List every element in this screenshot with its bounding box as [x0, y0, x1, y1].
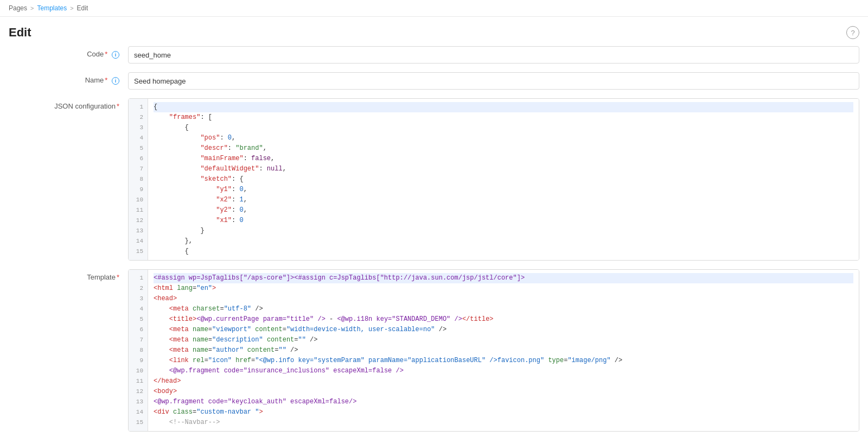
form-container: Code* i Name* i JSON configuration* 1 2 …: [0, 46, 868, 432]
json-code-content[interactable]: { "frames": [ { "pos": 0, "descr": "bran…: [148, 99, 859, 260]
json-line-4: "pos": 0,: [154, 133, 853, 143]
tmpl-line-7: <meta name="description" content="" />: [154, 335, 853, 345]
tmpl-line-12: <body>: [154, 387, 853, 397]
page-header: Edit ?: [0, 17, 868, 46]
json-line-6: "mainFrame": false,: [154, 154, 853, 164]
template-editor[interactable]: 1 2 3 4 5 6 7 8 9 10 11 12 13 14 15: [128, 269, 859, 432]
tmpl-line-10: <@wp.fragment code="insurance_inclusions…: [154, 366, 853, 376]
json-line-2: "frames": [: [154, 112, 853, 123]
template-label: Template*: [9, 269, 128, 281]
tmpl-line-15: <!--Navbar-->: [154, 417, 853, 428]
breadcrumb-edit: Edit: [77, 4, 88, 12]
page-title: Edit: [9, 26, 31, 40]
code-label: Code* i: [9, 46, 128, 59]
tmpl-line-8: <meta name="author" content="" />: [154, 345, 853, 356]
tmpl-line-14: <div class="custom-navbar ">: [154, 407, 853, 417]
tmpl-line-1: <#assign wp=JspTaglibs["/aps-core"]><#as…: [154, 273, 853, 283]
breadcrumb-pages: Pages: [9, 4, 27, 12]
tmpl-line-5: <title><@wp.currentPage param="title" />…: [154, 314, 853, 325]
json-config-row: JSON configuration* 1 2 3 4 5 6 7 8 9 10…: [9, 98, 859, 261]
json-line-3: {: [154, 123, 853, 133]
json-line-7: "defaultWidget": null,: [154, 164, 853, 174]
tmpl-line-6: <meta name="viewport" content="width=dev…: [154, 325, 853, 335]
name-row: Name* i: [9, 72, 859, 90]
breadcrumb-templates[interactable]: Templates: [37, 4, 67, 12]
json-line-10: "x2": 1,: [154, 195, 853, 205]
tmpl-line-2: <html lang="en">: [154, 283, 853, 294]
name-label: Name* i: [9, 72, 128, 85]
tmpl-line-4: <meta charset="utf-8" />: [154, 304, 853, 314]
name-input[interactable]: [128, 72, 859, 90]
template-required: *: [117, 273, 119, 281]
name-required: *: [105, 76, 107, 84]
json-line-1: {: [154, 102, 853, 112]
code-info-icon[interactable]: i: [112, 51, 119, 59]
breadcrumb-sep-1: >: [30, 5, 34, 11]
template-line-numbers: 1 2 3 4 5 6 7 8 9 10 11 12 13 14 15: [129, 270, 148, 431]
tmpl-line-13: <@wp.fragment code="keycloak_auth" escap…: [154, 397, 853, 407]
json-line-8: "sketch": {: [154, 174, 853, 185]
code-input[interactable]: [128, 46, 859, 64]
tmpl-line-9: <link rel="icon" href="<@wp.info key="sy…: [154, 356, 853, 366]
help-icon[interactable]: ?: [846, 26, 859, 39]
json-config-label: JSON configuration*: [9, 98, 128, 110]
json-editor[interactable]: 1 2 3 4 5 6 7 8 9 10 11 12 13 14 15: [128, 98, 859, 261]
json-line-11: "y2": 0,: [154, 205, 853, 216]
tmpl-line-11: </head>: [154, 376, 853, 387]
tmpl-line-3: <head>: [154, 294, 853, 304]
json-line-12: "x1": 0: [154, 216, 853, 226]
template-code-content[interactable]: <#assign wp=JspTaglibs["/aps-core"]><#as…: [148, 270, 859, 431]
name-info-icon[interactable]: i: [112, 77, 119, 85]
breadcrumb: Pages > Templates > Edit: [0, 0, 868, 17]
template-row: Template* 1 2 3 4 5 6 7 8 9 10 11 12 13: [9, 269, 859, 432]
json-line-numbers: 1 2 3 4 5 6 7 8 9 10 11 12 13 14 15: [129, 99, 148, 260]
json-line-14: },: [154, 236, 853, 246]
json-line-15: {: [154, 246, 853, 257]
code-required: *: [105, 50, 107, 58]
json-line-9: "y1": 0,: [154, 185, 853, 195]
json-line-5: "descr": "brand",: [154, 143, 853, 154]
breadcrumb-sep-2: >: [70, 5, 73, 11]
code-row: Code* i: [9, 46, 859, 64]
json-line-13: }: [154, 226, 853, 236]
json-required: *: [117, 102, 119, 110]
